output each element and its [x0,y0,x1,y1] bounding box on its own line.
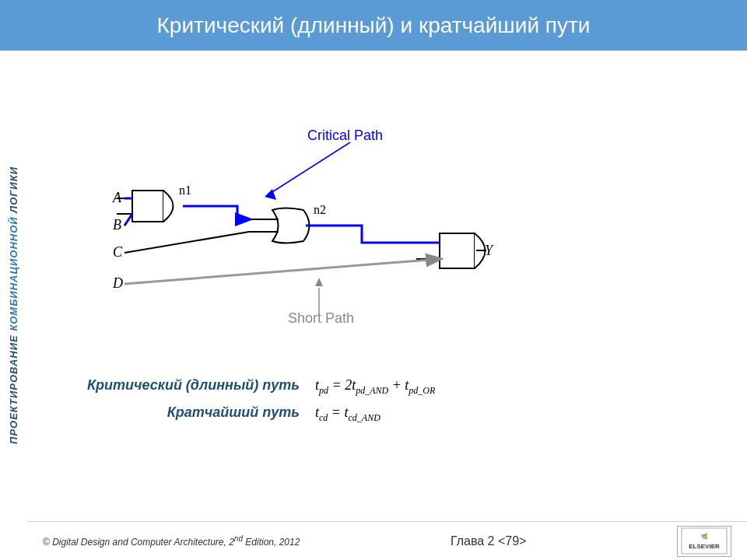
critical-path-math: tpd = 2tpd_AND + tpd_OR [315,377,435,397]
diagram-area: A B C D n1 [66,58,704,369]
n2-label: n2 [314,203,326,216]
equations-area: Критический (длинный) путь tpd = 2tpd_AN… [66,377,704,431]
or-gate-n2 [249,208,310,243]
elsevier-logo: 🌿 ELSEVIER [677,526,731,557]
svg-rect-5 [440,233,475,268]
footer-copyright: © Digital Design and Computer Architectu… [43,534,300,548]
input-c-label: C [113,244,123,260]
input-b-label: B [113,217,121,233]
svg-text:🌿: 🌿 [701,533,708,540]
input-d-label: D [112,275,123,291]
svg-rect-0 [132,191,163,222]
short-path-math: tcd = tcd_AND [315,404,381,424]
footer: © Digital Design and Computer Architectu… [27,521,747,560]
short-path-label: Short Path [288,310,354,326]
main-content: A B C D n1 [27,51,747,506]
n1-label: n1 [179,184,191,197]
and-gate-1 [117,191,174,222]
page-title: Критический (длинный) и кратчайший пути [157,13,591,38]
svg-text:ELSEVIER: ELSEVIER [689,543,720,550]
sidebar: ПРОЕКТИРОВАНИЕ КОМБИНАЦИОННОЙ ЛОГИКИ [0,51,27,560]
equation-short: Кратчайший путь tcd = tcd_AND [66,404,704,424]
critical-path-label: Critical Path [307,128,383,143]
sidebar-text: ПРОЕКТИРОВАНИЕ КОМБИНАЦИОННОЙ ЛОГИКИ [8,166,19,444]
critical-path-n2-to-out [306,226,440,243]
critical-path-arrow-line [268,142,350,194]
critical-path-n1-to-n2 [183,206,249,219]
wire-c [124,232,249,253]
short-path-d [124,259,440,284]
equation-critical: Критический (длинный) путь tpd = 2tpd_AN… [66,377,704,397]
header-bar: Критический (длинный) и кратчайший пути [0,0,747,51]
footer-chapter: Глава 2 <79> [451,534,527,548]
critical-path-b [124,214,132,226]
svg-rect-8 [682,528,727,554]
circuit-diagram: A B C D n1 [66,58,704,369]
short-path-arrowhead [315,278,323,286]
critical-path-label-ru: Критический (длинный) путь [66,377,315,394]
and-gate-2 [416,233,486,268]
short-path-label-ru: Кратчайший путь [66,404,315,421]
